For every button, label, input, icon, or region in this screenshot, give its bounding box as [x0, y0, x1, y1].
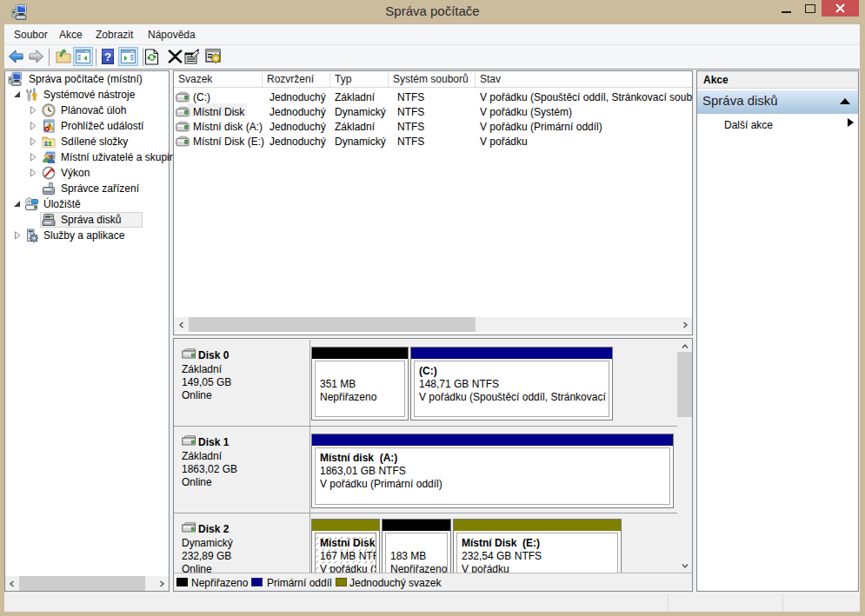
svg-text:?: ? — [104, 50, 111, 63]
